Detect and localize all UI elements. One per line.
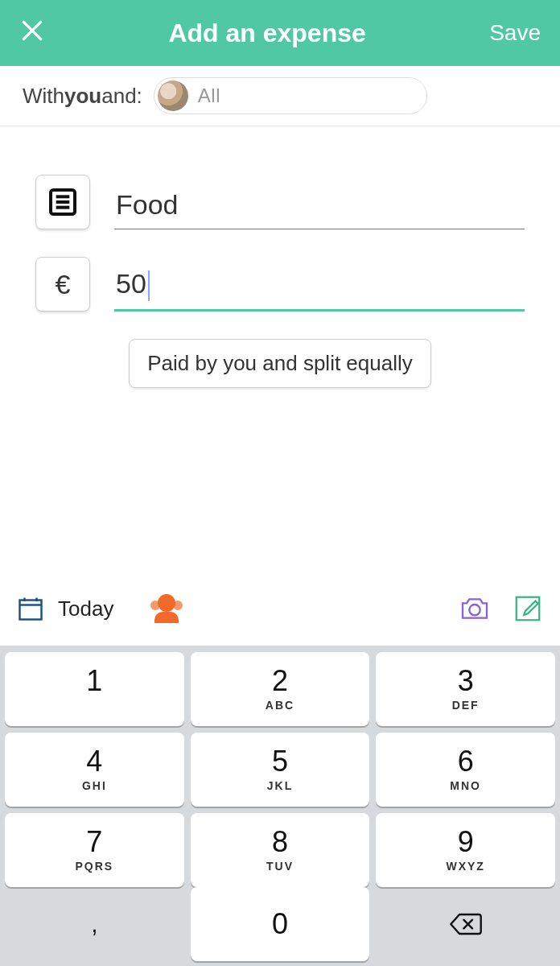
- group-icon: [149, 594, 184, 623]
- key-4[interactable]: 4GHI: [5, 733, 184, 807]
- split-options-button[interactable]: Paid by you and split equally: [129, 339, 431, 388]
- key-7[interactable]: 7PQRS: [5, 813, 184, 887]
- svg-rect-6: [20, 601, 42, 620]
- key-3[interactable]: 3DEF: [376, 652, 555, 726]
- description-input[interactable]: Food: [114, 183, 525, 229]
- date-label[interactable]: Today: [58, 597, 113, 621]
- participant-chip[interactable]: All: [154, 77, 427, 114]
- header: Add an expense Save: [0, 0, 560, 66]
- amount-input[interactable]: 50: [114, 262, 525, 312]
- with-prefix: With: [23, 84, 64, 109]
- key-1[interactable]: 1: [5, 652, 184, 726]
- key-comma[interactable]: ,: [5, 887, 184, 961]
- note-icon[interactable]: [510, 592, 546, 625]
- with-and: and:: [101, 84, 142, 109]
- backspace-key[interactable]: [376, 887, 555, 961]
- avatar: [158, 80, 188, 111]
- with-you: you: [64, 84, 101, 109]
- save-button[interactable]: Save: [489, 20, 541, 46]
- bottom-toolbar: Today: [0, 581, 560, 636]
- key-0[interactable]: 0: [191, 887, 370, 961]
- key-9[interactable]: 9WXYZ: [376, 813, 555, 887]
- key-6[interactable]: 6MNO: [376, 733, 555, 807]
- group-button[interactable]: [149, 594, 184, 623]
- category-icon[interactable]: [35, 175, 90, 229]
- key-2[interactable]: 2ABC: [191, 652, 370, 726]
- svg-point-10: [469, 605, 480, 615]
- key-8[interactable]: 8TUV: [191, 813, 370, 887]
- expense-form: Food € 50 Paid by you and split equally: [0, 126, 560, 404]
- key-5[interactable]: 5JKL: [191, 733, 370, 807]
- camera-icon[interactable]: [457, 592, 492, 625]
- calendar-icon[interactable]: [14, 592, 47, 625]
- participants-row: With you and: All: [0, 66, 560, 126]
- page-title: Add an expense: [168, 19, 365, 48]
- currency-button[interactable]: €: [35, 257, 90, 312]
- numeric-keyboard: 1 2ABC3DEF4GHI5JKL6MNO7PQRS8TUV9WXYZ , 0: [0, 646, 560, 966]
- participant-chip-label: All: [198, 85, 220, 107]
- close-icon[interactable]: [19, 18, 45, 48]
- text-cursor: [148, 270, 150, 301]
